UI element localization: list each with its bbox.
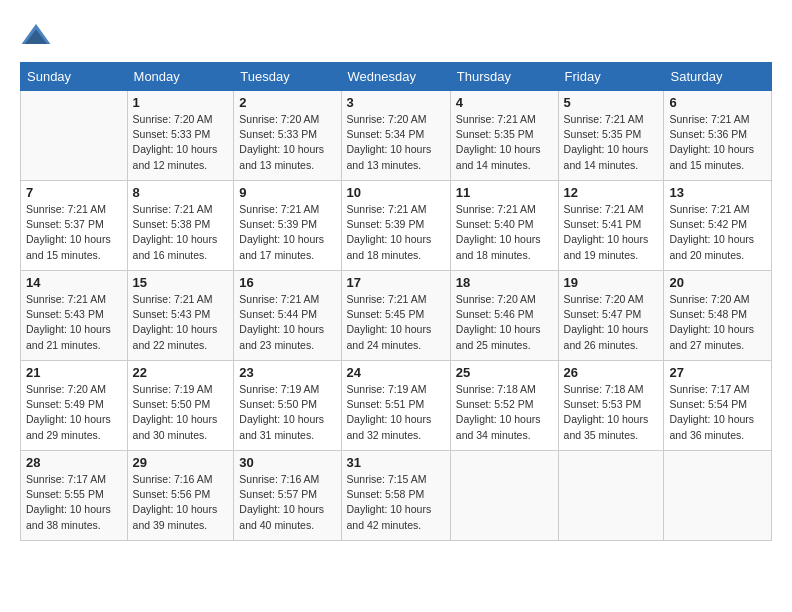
day-number: 17: [347, 275, 445, 290]
weekday-header-monday: Monday: [127, 63, 234, 91]
calendar-cell: 12Sunrise: 7:21 AMSunset: 5:41 PMDayligh…: [558, 181, 664, 271]
day-number: 13: [669, 185, 766, 200]
day-info: Sunrise: 7:21 AMSunset: 5:37 PMDaylight:…: [26, 202, 122, 263]
calendar-cell: 20Sunrise: 7:20 AMSunset: 5:48 PMDayligh…: [664, 271, 772, 361]
calendar-cell: 26Sunrise: 7:18 AMSunset: 5:53 PMDayligh…: [558, 361, 664, 451]
day-info: Sunrise: 7:19 AMSunset: 5:50 PMDaylight:…: [239, 382, 335, 443]
logo: [20, 20, 56, 52]
day-number: 23: [239, 365, 335, 380]
calendar-cell: [21, 91, 128, 181]
day-info: Sunrise: 7:21 AMSunset: 5:36 PMDaylight:…: [669, 112, 766, 173]
day-number: 28: [26, 455, 122, 470]
day-info: Sunrise: 7:19 AMSunset: 5:50 PMDaylight:…: [133, 382, 229, 443]
calendar-cell: 5Sunrise: 7:21 AMSunset: 5:35 PMDaylight…: [558, 91, 664, 181]
calendar-cell: 29Sunrise: 7:16 AMSunset: 5:56 PMDayligh…: [127, 451, 234, 541]
day-number: 7: [26, 185, 122, 200]
logo-icon: [20, 20, 52, 52]
weekday-header-tuesday: Tuesday: [234, 63, 341, 91]
calendar-week-2: 7Sunrise: 7:21 AMSunset: 5:37 PMDaylight…: [21, 181, 772, 271]
day-info: Sunrise: 7:18 AMSunset: 5:52 PMDaylight:…: [456, 382, 553, 443]
day-info: Sunrise: 7:21 AMSunset: 5:45 PMDaylight:…: [347, 292, 445, 353]
day-info: Sunrise: 7:17 AMSunset: 5:54 PMDaylight:…: [669, 382, 766, 443]
day-info: Sunrise: 7:20 AMSunset: 5:34 PMDaylight:…: [347, 112, 445, 173]
day-info: Sunrise: 7:18 AMSunset: 5:53 PMDaylight:…: [564, 382, 659, 443]
day-info: Sunrise: 7:21 AMSunset: 5:40 PMDaylight:…: [456, 202, 553, 263]
day-number: 18: [456, 275, 553, 290]
day-number: 12: [564, 185, 659, 200]
day-info: Sunrise: 7:16 AMSunset: 5:56 PMDaylight:…: [133, 472, 229, 533]
calendar-cell: 22Sunrise: 7:19 AMSunset: 5:50 PMDayligh…: [127, 361, 234, 451]
day-info: Sunrise: 7:20 AMSunset: 5:33 PMDaylight:…: [133, 112, 229, 173]
day-number: 21: [26, 365, 122, 380]
day-number: 4: [456, 95, 553, 110]
day-number: 11: [456, 185, 553, 200]
calendar-week-5: 28Sunrise: 7:17 AMSunset: 5:55 PMDayligh…: [21, 451, 772, 541]
calendar-cell: 7Sunrise: 7:21 AMSunset: 5:37 PMDaylight…: [21, 181, 128, 271]
calendar-cell: 31Sunrise: 7:15 AMSunset: 5:58 PMDayligh…: [341, 451, 450, 541]
weekday-header-sunday: Sunday: [21, 63, 128, 91]
calendar-cell: 4Sunrise: 7:21 AMSunset: 5:35 PMDaylight…: [450, 91, 558, 181]
day-info: Sunrise: 7:21 AMSunset: 5:38 PMDaylight:…: [133, 202, 229, 263]
day-info: Sunrise: 7:21 AMSunset: 5:43 PMDaylight:…: [133, 292, 229, 353]
day-number: 9: [239, 185, 335, 200]
calendar-cell: 8Sunrise: 7:21 AMSunset: 5:38 PMDaylight…: [127, 181, 234, 271]
day-info: Sunrise: 7:20 AMSunset: 5:33 PMDaylight:…: [239, 112, 335, 173]
day-number: 1: [133, 95, 229, 110]
calendar-cell: 2Sunrise: 7:20 AMSunset: 5:33 PMDaylight…: [234, 91, 341, 181]
weekday-header-row: SundayMondayTuesdayWednesdayThursdayFrid…: [21, 63, 772, 91]
calendar-cell: 30Sunrise: 7:16 AMSunset: 5:57 PMDayligh…: [234, 451, 341, 541]
calendar-week-3: 14Sunrise: 7:21 AMSunset: 5:43 PMDayligh…: [21, 271, 772, 361]
page-header: [20, 20, 772, 52]
calendar-cell: [664, 451, 772, 541]
calendar-table: SundayMondayTuesdayWednesdayThursdayFrid…: [20, 62, 772, 541]
day-info: Sunrise: 7:20 AMSunset: 5:49 PMDaylight:…: [26, 382, 122, 443]
calendar-cell: [558, 451, 664, 541]
day-number: 29: [133, 455, 229, 470]
day-info: Sunrise: 7:20 AMSunset: 5:47 PMDaylight:…: [564, 292, 659, 353]
day-info: Sunrise: 7:20 AMSunset: 5:48 PMDaylight:…: [669, 292, 766, 353]
calendar-cell: 27Sunrise: 7:17 AMSunset: 5:54 PMDayligh…: [664, 361, 772, 451]
calendar-cell: 13Sunrise: 7:21 AMSunset: 5:42 PMDayligh…: [664, 181, 772, 271]
day-info: Sunrise: 7:16 AMSunset: 5:57 PMDaylight:…: [239, 472, 335, 533]
weekday-header-thursday: Thursday: [450, 63, 558, 91]
day-number: 22: [133, 365, 229, 380]
weekday-header-wednesday: Wednesday: [341, 63, 450, 91]
weekday-header-friday: Friday: [558, 63, 664, 91]
day-number: 19: [564, 275, 659, 290]
calendar-cell: 21Sunrise: 7:20 AMSunset: 5:49 PMDayligh…: [21, 361, 128, 451]
calendar-cell: 28Sunrise: 7:17 AMSunset: 5:55 PMDayligh…: [21, 451, 128, 541]
day-info: Sunrise: 7:15 AMSunset: 5:58 PMDaylight:…: [347, 472, 445, 533]
calendar-cell: 10Sunrise: 7:21 AMSunset: 5:39 PMDayligh…: [341, 181, 450, 271]
calendar-cell: 24Sunrise: 7:19 AMSunset: 5:51 PMDayligh…: [341, 361, 450, 451]
calendar-cell: 19Sunrise: 7:20 AMSunset: 5:47 PMDayligh…: [558, 271, 664, 361]
day-info: Sunrise: 7:21 AMSunset: 5:39 PMDaylight:…: [347, 202, 445, 263]
day-info: Sunrise: 7:21 AMSunset: 5:35 PMDaylight:…: [456, 112, 553, 173]
calendar-cell: 6Sunrise: 7:21 AMSunset: 5:36 PMDaylight…: [664, 91, 772, 181]
calendar-week-1: 1Sunrise: 7:20 AMSunset: 5:33 PMDaylight…: [21, 91, 772, 181]
calendar-cell: 9Sunrise: 7:21 AMSunset: 5:39 PMDaylight…: [234, 181, 341, 271]
day-info: Sunrise: 7:21 AMSunset: 5:39 PMDaylight:…: [239, 202, 335, 263]
day-number: 30: [239, 455, 335, 470]
day-info: Sunrise: 7:20 AMSunset: 5:46 PMDaylight:…: [456, 292, 553, 353]
day-number: 27: [669, 365, 766, 380]
calendar-cell: 15Sunrise: 7:21 AMSunset: 5:43 PMDayligh…: [127, 271, 234, 361]
day-number: 10: [347, 185, 445, 200]
day-info: Sunrise: 7:21 AMSunset: 5:44 PMDaylight:…: [239, 292, 335, 353]
day-number: 6: [669, 95, 766, 110]
calendar-cell: 25Sunrise: 7:18 AMSunset: 5:52 PMDayligh…: [450, 361, 558, 451]
calendar-cell: 18Sunrise: 7:20 AMSunset: 5:46 PMDayligh…: [450, 271, 558, 361]
calendar-cell: 17Sunrise: 7:21 AMSunset: 5:45 PMDayligh…: [341, 271, 450, 361]
calendar-week-4: 21Sunrise: 7:20 AMSunset: 5:49 PMDayligh…: [21, 361, 772, 451]
day-number: 3: [347, 95, 445, 110]
calendar-cell: 23Sunrise: 7:19 AMSunset: 5:50 PMDayligh…: [234, 361, 341, 451]
weekday-header-saturday: Saturday: [664, 63, 772, 91]
calendar-cell: 16Sunrise: 7:21 AMSunset: 5:44 PMDayligh…: [234, 271, 341, 361]
day-number: 2: [239, 95, 335, 110]
calendar-cell: 14Sunrise: 7:21 AMSunset: 5:43 PMDayligh…: [21, 271, 128, 361]
day-number: 8: [133, 185, 229, 200]
day-number: 14: [26, 275, 122, 290]
day-number: 15: [133, 275, 229, 290]
calendar-cell: 1Sunrise: 7:20 AMSunset: 5:33 PMDaylight…: [127, 91, 234, 181]
day-number: 16: [239, 275, 335, 290]
day-info: Sunrise: 7:17 AMSunset: 5:55 PMDaylight:…: [26, 472, 122, 533]
